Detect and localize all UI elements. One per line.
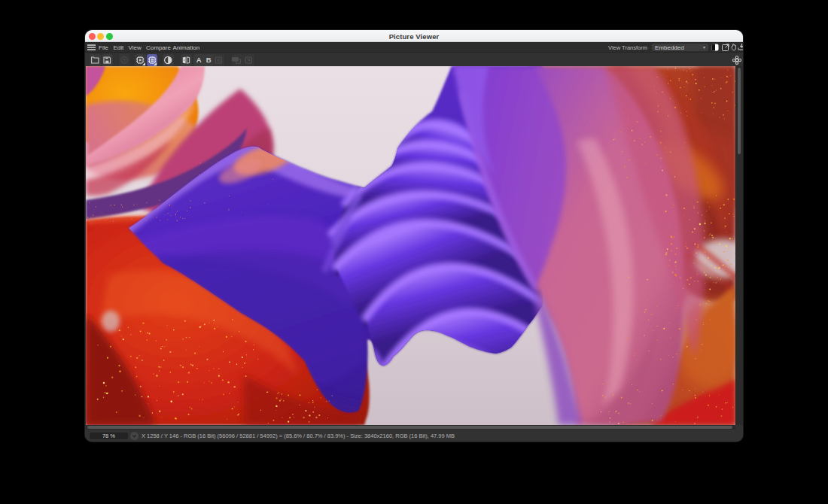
svg-text:B: B [206, 56, 212, 64]
svg-text:A: A [196, 56, 202, 64]
